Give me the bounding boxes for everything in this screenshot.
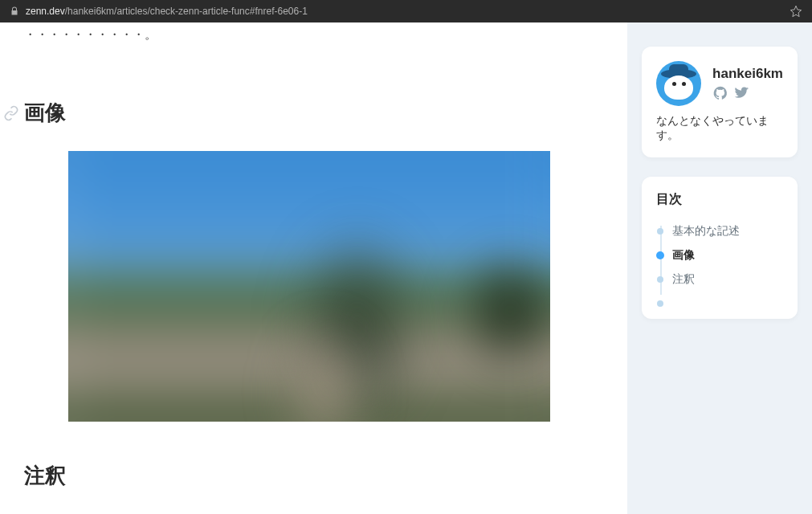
image-blur-region (277, 312, 373, 422)
profile-header: hankei6km (656, 61, 783, 106)
toc-item-footnote[interactable]: 注釈 (672, 267, 783, 292)
toc-item-image[interactable]: 画像 (672, 243, 783, 267)
heading-text: 画像 (24, 99, 66, 127)
toc-card: 目次 基本的な記述 画像 注釈 (642, 177, 798, 319)
profile-bio: なんとなくやっています。 (656, 114, 783, 143)
toc-title: 目次 (656, 191, 783, 208)
truncated-text: ・・・・・・・・・・。 (24, 22, 603, 43)
browser-address-bar: zenn.dev/hankei6km/articles/check-zenn-a… (0, 0, 812, 22)
twitter-icon[interactable] (733, 85, 749, 101)
lock-icon (10, 6, 19, 16)
section-heading-footnote: 注釈 (24, 462, 603, 490)
profile-card: hankei6km なんとなくやっています。 (642, 47, 798, 157)
image-blur-region (454, 247, 550, 376)
article-main: ・・・・・・・・・・。 画像 注釈 注釈を記述してみる[1]。 (0, 22, 627, 514)
github-icon[interactable] (712, 85, 728, 101)
social-links (712, 85, 783, 101)
link-anchor-icon[interactable] (3, 105, 19, 121)
profile-name[interactable]: hankei6km (712, 66, 783, 82)
toc-item-basic[interactable]: 基本的な記述 (672, 219, 783, 243)
toc-list: 基本的な記述 画像 注釈 (656, 219, 783, 301)
sidebar: hankei6km なんとなくやっています。 目次 基本的な記述 画像 注釈 (627, 22, 812, 514)
heading-text: 注釈 (24, 462, 66, 490)
profile-meta: hankei6km (712, 66, 783, 101)
page-content: ・・・・・・・・・・。 画像 注釈 注釈を記述してみる[1]。 (0, 22, 812, 514)
url-text[interactable]: zenn.dev/hankei6km/articles/check-zenn-a… (26, 6, 783, 17)
avatar[interactable] (656, 61, 701, 106)
toc-item-empty[interactable] (672, 292, 783, 301)
article-image[interactable] (68, 151, 550, 422)
bookmark-star-icon[interactable] (790, 5, 802, 18)
section-heading-image: 画像 (24, 99, 603, 127)
